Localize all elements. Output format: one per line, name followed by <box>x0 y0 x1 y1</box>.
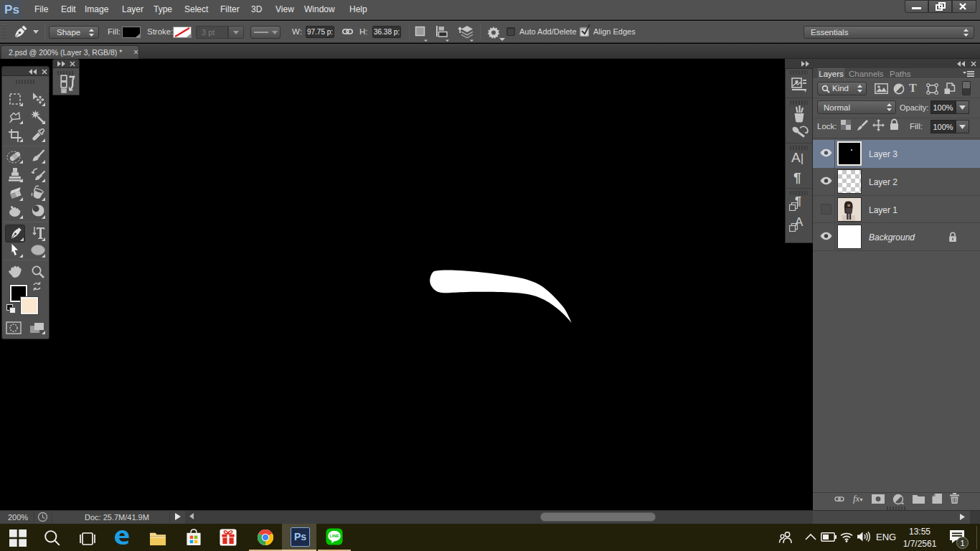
svg-text:LINE: LINE <box>329 534 339 538</box>
